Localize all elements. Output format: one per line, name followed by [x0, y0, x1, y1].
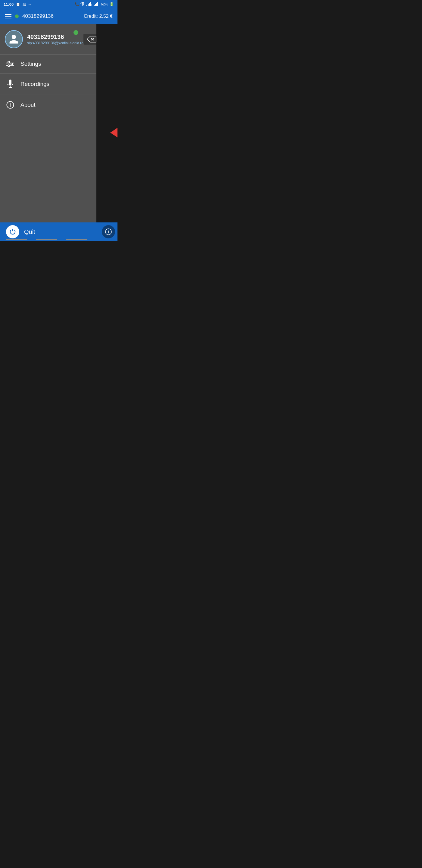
toolbar-left: 40318299136 [5, 13, 54, 19]
profile-online-dot [73, 30, 78, 35]
svg-point-13 [8, 61, 10, 63]
user-profile-section: 40318299136 sip:40318299136@wsdial.aloni… [0, 24, 96, 55]
about-label: About [21, 101, 36, 108]
back-button-area[interactable] [110, 128, 118, 137]
svg-point-15 [11, 63, 13, 65]
online-status-dot [15, 14, 19, 18]
avatar [5, 30, 23, 48]
sidebar-item-settings[interactable]: Settings [0, 55, 96, 73]
microphone-icon [6, 80, 14, 89]
svg-rect-3 [89, 3, 90, 6]
bottom-bar: Quit i [0, 222, 118, 241]
hamburger-menu-button[interactable] [5, 14, 11, 19]
scroll-indicator-1 [6, 239, 27, 240]
sidebar-item-about[interactable]: i About [0, 95, 96, 115]
info-circle-icon: i [6, 101, 14, 109]
signal-icon [87, 2, 93, 7]
status-right: 📞 62% [75, 2, 114, 7]
status-time: 11:00 [4, 2, 13, 7]
phone-icon: 📞 [75, 2, 79, 6]
status-left: 11:00 📋 🖼 ··· [4, 2, 31, 7]
main-container: 40318299136 sip:40318299136@wsdial.aloni… [0, 24, 118, 241]
svg-text:i: i [10, 103, 11, 107]
svg-text:i: i [108, 230, 109, 234]
scroll-indicator-2 [36, 239, 57, 240]
user-sip-address: sip:40318299136@wsdial.alonia.ro [27, 41, 84, 45]
app-toolbar: 40318299136 Credit: 2.52 € [0, 8, 118, 24]
svg-rect-7 [95, 4, 96, 6]
scroll-indicator-3 [66, 239, 87, 240]
svg-rect-18 [9, 80, 11, 85]
recordings-label: Recordings [21, 81, 50, 87]
svg-rect-2 [88, 4, 89, 6]
info-button[interactable]: i [102, 225, 115, 239]
credit-display: Credit: 2.52 € [84, 13, 112, 19]
battery-percent: 62% [101, 2, 108, 6]
user-info: 40318299136 sip:40318299136@wsdial.aloni… [27, 33, 84, 45]
clipboard-icon: 📋 [16, 2, 20, 6]
wifi-icon [80, 2, 85, 7]
svg-point-0 [82, 5, 83, 6]
svg-rect-1 [87, 5, 87, 6]
toolbar-phone-number: 40318299136 [22, 13, 54, 19]
svg-rect-4 [90, 2, 91, 6]
quit-section: Quit [0, 225, 102, 239]
dots-icon: ··· [28, 2, 31, 6]
signal2-icon [94, 2, 100, 7]
image-icon: 🖼 [23, 2, 26, 6]
quit-label: Quit [24, 228, 35, 236]
svg-rect-8 [96, 3, 97, 6]
svg-rect-5 [91, 4, 92, 6]
settings-icon [6, 61, 14, 67]
back-triangle-icon[interactable] [110, 128, 118, 137]
overlay-area [96, 24, 118, 241]
scroll-indicators [0, 239, 96, 240]
svg-point-17 [8, 65, 10, 67]
sidebar-item-recordings[interactable]: Recordings [0, 73, 96, 95]
navigation-drawer: 40318299136 sip:40318299136@wsdial.aloni… [0, 24, 96, 241]
svg-rect-6 [94, 5, 95, 6]
power-quit-button[interactable] [6, 225, 19, 239]
battery-icon: 🔋 [109, 2, 114, 6]
status-bar: 11:00 📋 🖼 ··· 📞 [0, 0, 118, 8]
svg-rect-9 [97, 2, 98, 6]
settings-label: Settings [21, 61, 41, 67]
